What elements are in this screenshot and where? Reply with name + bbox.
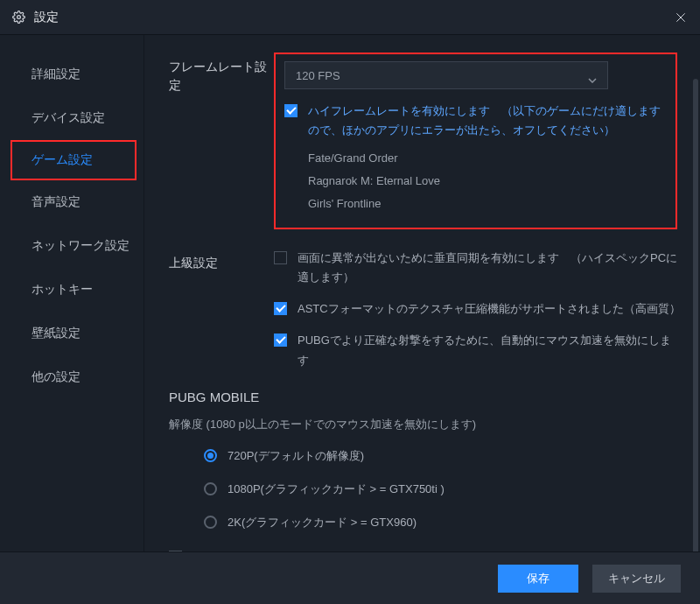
sidebar-item-hotkey[interactable]: ホットキー bbox=[0, 268, 144, 312]
supported-games-list: Fate/Grand Order Ragnarok M: Eternal Lov… bbox=[308, 147, 667, 215]
svg-point-0 bbox=[18, 16, 21, 19]
titlebar: 設定 bbox=[0, 0, 700, 35]
resolution-option-720p[interactable]: 720P(デフォルトの解像度) bbox=[204, 448, 681, 464]
hdr-label: HDR利用可能(ゲームの中でHDRのスウィッチを表示 > = GTX960) bbox=[192, 548, 530, 551]
resolution-label: 2K(グラフィックカード > = GTX960) bbox=[228, 515, 416, 530]
radio-icon bbox=[204, 449, 217, 462]
radio-icon bbox=[204, 482, 217, 495]
sidebar-item-label: 詳細設定 bbox=[32, 67, 80, 82]
sidebar: 詳細設定 デバイス設定 ゲーム設定 音声設定 ネットワーク設定 ホットキー 壁紙… bbox=[0, 35, 144, 551]
pubg-mouse-label: PUBGでより正確な射撃をするために、自動的にマウス加速を無効にします bbox=[298, 331, 681, 369]
chevron-down-icon bbox=[588, 73, 597, 86]
sidebar-item-label: ゲーム設定 bbox=[32, 152, 93, 168]
content-pane: フレームレート設定 120 FPS ハイフレームレートを有効にします （以下のゲ… bbox=[144, 35, 700, 551]
vsync-checkbox[interactable] bbox=[274, 251, 287, 264]
sidebar-item-audio[interactable]: 音声設定 bbox=[0, 180, 144, 224]
sidebar-item-network[interactable]: ネットワーク設定 bbox=[0, 224, 144, 268]
sidebar-item-label: ホットキー bbox=[32, 282, 93, 298]
resolution-label: 720P(デフォルトの解像度) bbox=[228, 448, 364, 464]
supported-game: Girls' Frontline bbox=[308, 193, 667, 215]
window-title: 設定 bbox=[34, 10, 674, 25]
astc-checkbox[interactable] bbox=[274, 302, 287, 315]
sidebar-item-wallpaper[interactable]: 壁紙設定 bbox=[0, 312, 144, 355]
framerate-select-value: 120 FPS bbox=[296, 69, 340, 82]
save-button[interactable]: 保存 bbox=[498, 565, 578, 593]
radio-icon bbox=[204, 516, 217, 529]
high-fps-checkbox[interactable] bbox=[284, 104, 298, 117]
sidebar-item-label: 音声設定 bbox=[32, 194, 80, 210]
resolution-option-2k[interactable]: 2K(グラフィックカード > = GTX960) bbox=[204, 515, 681, 530]
vertical-scrollbar[interactable] bbox=[693, 79, 698, 551]
sidebar-item-label: 壁紙設定 bbox=[32, 326, 80, 341]
astc-label: ASTCフォーマットのテクスチャ圧縮機能がサポートされました（高画質） bbox=[298, 299, 681, 319]
framerate-select[interactable]: 120 FPS bbox=[284, 61, 608, 89]
sidebar-item-device[interactable]: デバイス設定 bbox=[0, 96, 144, 140]
high-fps-label: ハイフレームレートを有効にします （以下のゲームにだけ適しますので、ほかのアプリ… bbox=[308, 102, 667, 140]
sidebar-item-label: ネットワーク設定 bbox=[32, 238, 130, 254]
vsync-label: 画面に異常が出ないために垂直同期を有効にします （ハイスペックPCに適します） bbox=[298, 249, 681, 287]
pubg-mouse-checkbox[interactable] bbox=[274, 334, 287, 347]
pubg-title: PUBG MOBILE bbox=[169, 390, 681, 404]
cancel-button-label: キャンセル bbox=[608, 571, 665, 586]
section-label-framerate: フレームレート設定 bbox=[169, 53, 274, 229]
hdr-checkbox[interactable] bbox=[169, 551, 182, 551]
sidebar-item-other[interactable]: 他の設定 bbox=[0, 355, 144, 399]
sidebar-item-label: デバイス設定 bbox=[32, 110, 105, 126]
sidebar-item-detail[interactable]: 詳細設定 bbox=[0, 53, 144, 96]
sidebar-item-label: 他の設定 bbox=[32, 369, 80, 385]
sidebar-item-game[interactable]: ゲーム設定 bbox=[10, 140, 136, 180]
gear-icon bbox=[12, 11, 25, 24]
save-button-label: 保存 bbox=[527, 571, 550, 586]
pubg-resolution-note: 解像度 (1080 p以上のモードでのマウス加速を無効にします) bbox=[169, 417, 681, 432]
cancel-button[interactable]: キャンセル bbox=[592, 565, 681, 593]
close-icon[interactable] bbox=[674, 11, 688, 25]
section-label-advanced: 上級設定 bbox=[169, 249, 274, 369]
framerate-highlight-frame: 120 FPS ハイフレームレートを有効にします （以下のゲームにだけ適しますの… bbox=[274, 53, 677, 229]
supported-game: Fate/Grand Order bbox=[308, 147, 667, 170]
supported-game: Ragnarok M: Eternal Love bbox=[308, 170, 667, 193]
resolution-label: 1080P(グラフィックカード > = GTX750ti ) bbox=[228, 481, 444, 497]
pubg-section: PUBG MOBILE 解像度 (1080 p以上のモードでのマウス加速を無効に… bbox=[169, 390, 681, 551]
resolution-option-1080p[interactable]: 1080P(グラフィックカード > = GTX750ti ) bbox=[204, 481, 681, 497]
footer: 保存 キャンセル bbox=[0, 551, 700, 604]
